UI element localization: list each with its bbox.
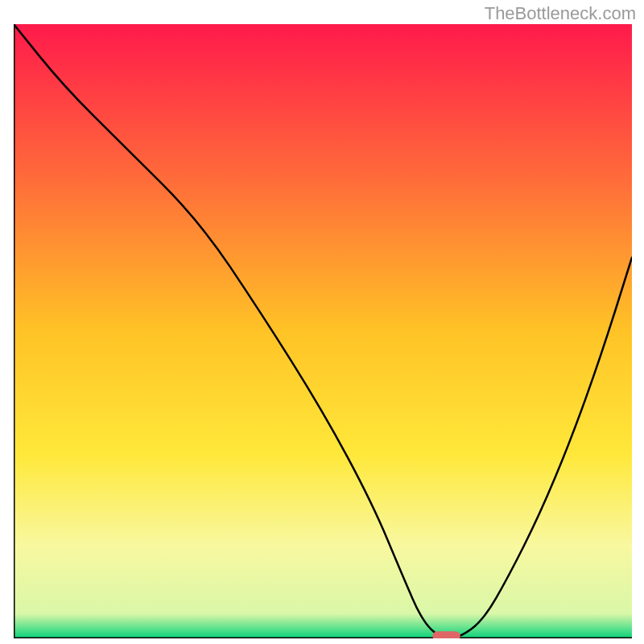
bottleneck-chart xyxy=(14,24,632,638)
chart-container: TheBottleneck.com xyxy=(0,0,644,644)
gradient-fill xyxy=(14,24,632,638)
optimal-marker xyxy=(432,631,460,638)
plot-area xyxy=(14,24,632,638)
watermark-label: TheBottleneck.com xyxy=(485,3,636,24)
